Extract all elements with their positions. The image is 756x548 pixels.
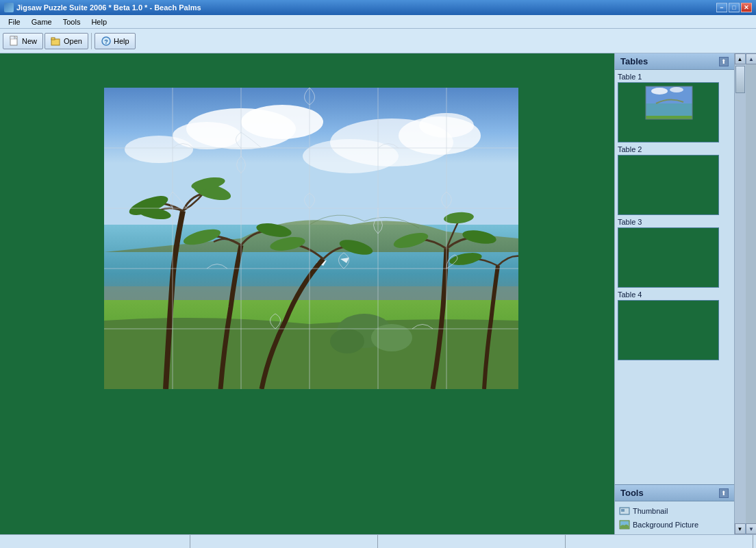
table-1-thumb-svg — [618, 83, 719, 142]
tools-section-header: Tools ⬆ — [615, 485, 734, 501]
new-label: New — [22, 37, 37, 45]
svg-rect-45 — [646, 86, 692, 103]
svg-rect-1 — [10, 36, 14, 39]
tables-collapse-button[interactable]: ⬆ — [719, 57, 729, 66]
table-4-preview[interactable] — [618, 300, 719, 360]
status-panel-1 — [3, 535, 190, 548]
tables-section-header: Tables ⬆ — [615, 53, 734, 70]
svg-point-33 — [330, 329, 364, 353]
status-panel-2 — [190, 535, 378, 548]
tools-items: Thumbnail Background Picture — [615, 501, 734, 534]
status-panel-4 — [566, 535, 753, 548]
menu-bar: File Game Tools Help — [0, 15, 756, 29]
svg-point-47 — [670, 87, 683, 92]
table-3-label: Table 3 — [618, 218, 731, 226]
tools-collapse-button[interactable]: ⬆ — [719, 488, 729, 498]
tables-title: Tables — [620, 56, 648, 66]
svg-rect-4 — [51, 38, 55, 40]
thumbnail-icon — [619, 506, 630, 516]
tools-title: Tools — [620, 488, 644, 498]
table-3-item[interactable]: Table 3 — [618, 218, 731, 288]
new-icon — [9, 36, 20, 47]
puzzle-container — [104, 88, 518, 389]
status-bar — [0, 534, 756, 548]
scroll-track[interactable] — [735, 64, 746, 523]
help-icon: ? — [101, 36, 112, 47]
maximize-button[interactable]: □ — [729, 3, 740, 12]
help-button[interactable]: ? Help — [94, 33, 136, 49]
help-label: Help — [114, 37, 129, 45]
table-2-item[interactable]: Table 2 — [618, 145, 731, 215]
title-bar-controls: − □ ✕ — [716, 3, 752, 12]
app-icon — [4, 3, 14, 12]
table-1-label: Table 1 — [618, 73, 731, 81]
menu-tools[interactable]: Tools — [58, 16, 86, 27]
svg-point-32 — [371, 324, 412, 351]
table-1-item[interactable]: Table 1 — [618, 73, 731, 142]
open-icon — [51, 36, 62, 47]
svg-point-46 — [651, 88, 668, 95]
outer-scrollbar: ▲ ▼ — [745, 53, 756, 534]
title-bar-text: Jigsaw Puzzle Suite 2006 * Beta 1.0 * - … — [16, 3, 201, 12]
canvas-area[interactable] — [0, 53, 614, 534]
open-button[interactable]: Open — [45, 33, 88, 49]
table-4-item[interactable]: Table 4 — [618, 290, 731, 360]
svg-text:?: ? — [104, 38, 108, 45]
thumbnail-tool[interactable]: Thumbnail — [619, 504, 730, 518]
tools-section-wrapper: Tools ⬆ Thumbnail — [615, 484, 734, 534]
svg-rect-49 — [646, 116, 692, 119]
tables-section: Table 1 — [615, 70, 734, 484]
table-1-preview[interactable] — [618, 82, 719, 142]
table-2-label: Table 2 — [618, 145, 731, 153]
thumbnail-label: Thumbnail — [633, 507, 668, 515]
background-picture-tool[interactable]: Background Picture — [619, 518, 730, 532]
svg-point-9 — [241, 105, 323, 139]
background-picture-icon — [619, 519, 630, 530]
outer-scroll-up[interactable]: ▲ — [746, 53, 756, 64]
right-panel-wrapper: Tables ⬆ Table 1 — [614, 53, 745, 534]
main-layout: Tables ⬆ Table 1 — [0, 53, 756, 534]
minimize-button[interactable]: − — [716, 3, 727, 12]
right-panel: Tables ⬆ Table 1 — [614, 53, 734, 534]
open-label: Open — [64, 37, 82, 45]
beach-scene-svg — [104, 88, 518, 389]
close-button[interactable]: ✕ — [741, 3, 752, 12]
new-button[interactable]: New — [3, 33, 43, 49]
outer-scroll-down[interactable]: ▼ — [746, 523, 756, 534]
toolbar: New Open ? Help — [0, 29, 756, 53]
table-4-label: Table 4 — [618, 290, 731, 299]
menu-game[interactable]: Game — [26, 16, 58, 27]
title-bar-left: Jigsaw Puzzle Suite 2006 * Beta 1.0 * - … — [4, 3, 201, 12]
outer-scroll-track[interactable] — [746, 64, 756, 523]
table-2-preview[interactable] — [618, 155, 719, 215]
puzzle-image — [104, 88, 518, 389]
scroll-down-button[interactable]: ▼ — [735, 523, 746, 534]
menu-file[interactable]: File — [3, 16, 26, 27]
svg-rect-53 — [621, 509, 625, 512]
background-picture-label: Background Picture — [633, 521, 698, 529]
scroll-thumb[interactable] — [735, 66, 745, 93]
table-3-preview[interactable] — [618, 227, 719, 288]
status-panel-3 — [378, 535, 566, 548]
menu-help[interactable]: Help — [86, 16, 112, 27]
scroll-up-button[interactable]: ▲ — [735, 53, 746, 64]
svg-point-15 — [125, 136, 193, 163]
toolbar-separator — [91, 33, 92, 49]
title-bar: Jigsaw Puzzle Suite 2006 * Beta 1.0 * - … — [0, 0, 756, 15]
right-panel-scrollbar: ▲ ▼ — [734, 53, 745, 534]
